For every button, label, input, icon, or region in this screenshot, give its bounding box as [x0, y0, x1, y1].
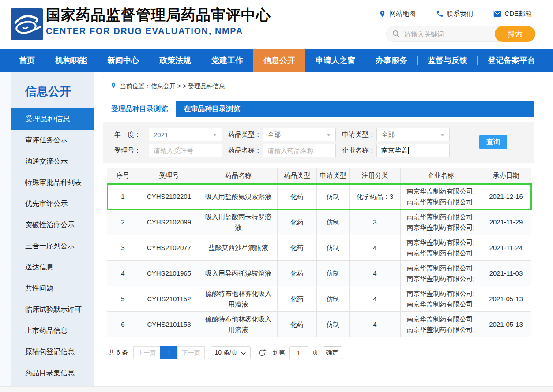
site-title: 国家药品监督管理局药品审评中心 — [46, 5, 271, 25]
tab-accepted-catalog[interactable]: 受理品种目录浏览 — [103, 101, 176, 117]
text-cursor — [408, 147, 409, 154]
drug-name-label: 药品名称： — [228, 146, 263, 155]
sidebar-item-excipient-registration[interactable]: 原辅包登记信息 — [11, 341, 94, 362]
cell-date: 2021-05-13 — [481, 286, 531, 312]
cell-apply-type: 仿制 — [317, 261, 350, 286]
site-search: 搜索 — [386, 26, 535, 42]
confirm-button[interactable]: 确定 — [323, 346, 342, 359]
nav-item-info-disclosure[interactable]: 信息公开 — [253, 49, 305, 72]
apply-type-filter: 申请类型： 全部 — [342, 128, 450, 141]
search-button[interactable]: 搜索 — [495, 26, 535, 42]
page-size-select[interactable]: 10 条/页 — [211, 346, 251, 359]
year-label: 年 度： — [114, 131, 149, 139]
filter-row-1: 年 度： 2021 药品类型： 全部 申请类 — [114, 128, 534, 141]
sidebar-item-accepted-varieties[interactable]: 受理品种信息 — [11, 108, 94, 130]
sidebar-item-clinical-trial-license[interactable]: 临床试验默示许可 — [11, 299, 94, 320]
site-header: 国家药品监督管理局药品审评中心 CENTER FOR DRUG EVALUATI… — [0, 0, 553, 49]
cell-accept-no: CYHS2101965 — [139, 261, 199, 286]
year-select[interactable]: 2021 — [149, 128, 222, 141]
site-title-block: 国家药品监督管理局药品审评中心 CENTER FOR DRUG EVALUATI… — [46, 5, 271, 36]
company-input[interactable]: 南京华盖 — [376, 144, 450, 157]
drug-type-label: 药品类型： — [228, 131, 263, 139]
table-row-1-highlighted[interactable]: 1 CYHS2102201 吸入用盐酸氨溴索溶液 化药 仿制 化学药品：3 南京… — [107, 184, 531, 209]
sidebar-item-special-approval[interactable]: 特殊审批品种列表 — [11, 172, 94, 193]
col-header-reg-class: 注册分类 — [350, 168, 401, 184]
nav-item-supervision[interactable]: 监督与反馈 — [418, 49, 478, 72]
table-row-2[interactable]: 2 CYHS2102099 吸入用盐酸丙卡特罗溶液 化药 仿制 3 南京华盖制药… — [107, 209, 531, 235]
sidebar-item-communication[interactable]: 沟通交流公示 — [11, 151, 94, 172]
sidebar-title: 信息公开 — [11, 72, 94, 108]
tab-under-review-catalog[interactable]: 在审品种目录浏览 — [176, 101, 248, 117]
nav-item-duties[interactable]: 机构职能 — [45, 49, 97, 72]
cell-drug-type: 化药 — [278, 261, 317, 286]
table-row-3[interactable]: 3 CYHS2102077 盐酸莫西沙星滴眼液 化药 仿制 4 南京华盖制药有限… — [107, 235, 531, 261]
nav-item-policy[interactable]: 政策法规 — [149, 49, 201, 72]
accept-no-input[interactable] — [154, 144, 217, 157]
cell-reg-class: 4 — [350, 235, 401, 261]
col-header-accept-no: 受理号 — [139, 168, 199, 184]
refresh-icon[interactable] — [258, 348, 267, 357]
apply-type-select[interactable]: 全部 — [376, 128, 450, 141]
sitemap-link[interactable]: 网站地图 — [379, 10, 416, 18]
drug-name-filter: 药品名称： — [228, 144, 336, 157]
cell-apply-type: 仿制 — [317, 184, 350, 209]
sidebar-item-three-in-one[interactable]: 三合一序列公示 — [11, 235, 94, 257]
nav-item-applicant-window[interactable]: 申请人之窗 — [305, 49, 365, 72]
cde-mail-link[interactable]: CDE邮箱 — [493, 10, 532, 18]
pagination-total: 共 6 条 — [109, 349, 128, 357]
cell-company: 南京华盖制药有限公司;南京华盖制药有限公司; — [401, 286, 481, 312]
current-page-button[interactable]: 1 — [160, 346, 178, 359]
table-row-5[interactable]: 5 CYHS2101152 硫酸特布他林雾化吸入用溶液 化药 仿制 4 南京华盖… — [107, 286, 531, 312]
sidebar-item-drug-catalog[interactable]: 药品目录集信息 — [11, 362, 94, 384]
sidebar-item-priority-review[interactable]: 优先审评公示 — [11, 193, 94, 214]
drug-type-select[interactable]: 全部 — [263, 128, 336, 141]
cell-company: 南京华盖制药有限公司;南京华盖制药有限公司; — [401, 184, 481, 209]
nav-item-party[interactable]: 党建工作 — [201, 49, 253, 72]
accept-no-input-wrap — [149, 144, 222, 157]
main-nav: 首页 机构职能 新闻中心 政策法规 党建工作 信息公开 申请人之窗 办事服务 监… — [0, 49, 553, 72]
table-row-6[interactable]: 6 CYHS2101153 硫酸特布他林雾化吸入用溶液 化药 仿制 4 南京华盖… — [107, 312, 531, 337]
cell-drug-name: 吸入用盐酸氨溴索溶液 — [199, 184, 278, 209]
cell-apply-type: 仿制 — [317, 286, 350, 312]
col-header-drug-type: 药品类型 — [278, 168, 317, 184]
sidebar-item-review-tasks[interactable]: 审评任务公示 — [11, 130, 94, 151]
nav-item-news[interactable]: 新闻中心 — [97, 49, 149, 72]
drug-name-input[interactable] — [267, 144, 331, 157]
nav-item-registration-platform[interactable]: 登记备案平台 — [478, 49, 545, 72]
contact-us-label: 联系我们 — [447, 10, 473, 18]
footer-strip — [0, 386, 553, 392]
sidebar-item-marketed-drugs[interactable]: 上市药品信息 — [11, 320, 94, 341]
cde-logo-icon — [11, 8, 43, 40]
cell-drug-type: 化药 — [278, 235, 317, 261]
cell-reg-class: 3 — [350, 209, 401, 235]
prev-page-button[interactable]: 上一页 — [133, 346, 161, 359]
cell-reg-class: 4 — [350, 261, 401, 286]
nav-item-home[interactable]: 首页 — [9, 49, 45, 72]
contact-us-link[interactable]: 联系我们 — [436, 10, 473, 18]
apply-type-label: 申请类型： — [342, 131, 376, 139]
cell-reg-class: 4 — [350, 312, 401, 337]
sidebar-item-common-issues[interactable]: 共性问题 — [11, 278, 94, 299]
location-pin-icon — [379, 10, 386, 18]
cell-date: 2021-05-13 — [481, 312, 531, 337]
sidebar-item-delivery-info[interactable]: 送达信息 — [11, 257, 94, 278]
cde-acceptance-page: 国家药品监督管理局药品审评中心 CENTER FOR DRUG EVALUATI… — [0, 0, 553, 392]
cell-date: 2021-11-03 — [481, 261, 531, 286]
col-header-drug-name: 药品名称 — [199, 168, 278, 184]
next-page-button[interactable]: 下一页 — [177, 346, 205, 359]
pagination: 共 6 条 上一页 1 下一页 10 条/页 到第 — [109, 346, 534, 359]
header-quick-links: 网站地图 联系我们 CDE邮箱 — [379, 10, 532, 18]
goto-page-input[interactable] — [289, 346, 308, 359]
site-subtitle: CENTER FOR DRUG EVALUATION, NMPA — [46, 26, 271, 36]
pagination-buttons: 上一页 1 下一页 — [133, 346, 205, 359]
cell-drug-type: 化药 — [278, 312, 317, 337]
table-row-4[interactable]: 4 CYHS2101965 吸入用异丙托溴铵溶液 化药 仿制 4 南京华盖制药有… — [107, 261, 531, 286]
cell-date: 2021-11-29 — [481, 209, 531, 235]
goto-prefix: 到第 — [273, 349, 285, 357]
page-body: 信息公开 受理品种信息 审评任务公示 沟通交流公示 特殊审批品种列表 优先审评公… — [0, 72, 553, 386]
drug-name-input-wrap — [263, 144, 336, 157]
nav-item-services[interactable]: 办事服务 — [365, 49, 418, 72]
table-header-row: 序号 受理号 药品名称 药品类型 申请类型 注册分类 企业名称 承办日期 — [107, 168, 531, 184]
query-button[interactable]: 查询 — [479, 135, 507, 149]
sidebar-item-breakthrough-therapy[interactable]: 突破性治疗公示 — [11, 214, 94, 235]
